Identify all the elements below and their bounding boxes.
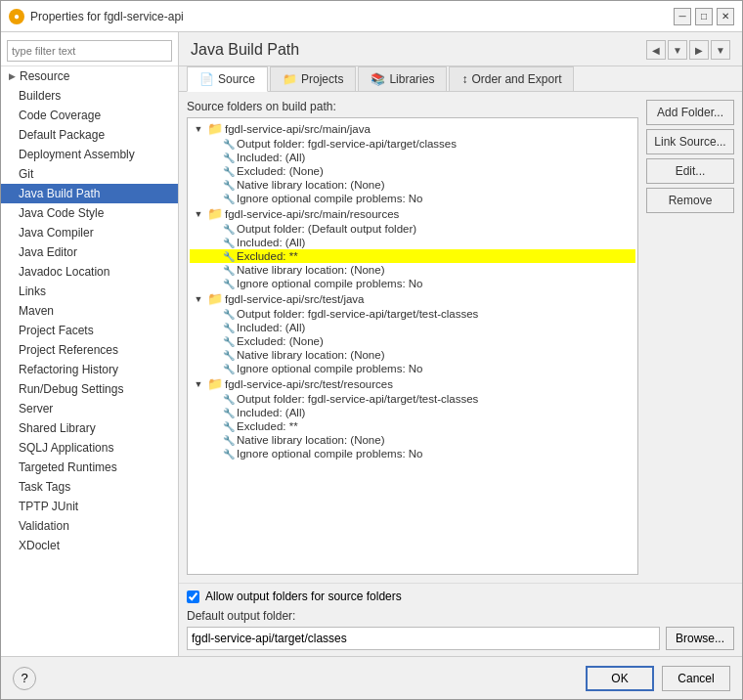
maximize-button[interactable]: □ [695, 8, 713, 25]
tab-libraries-label: Libraries [389, 72, 434, 86]
sidebar-item-task-tags[interactable]: Task Tags [1, 477, 178, 497]
nav-dropdown-button[interactable]: ▼ [668, 40, 687, 60]
footer-left: ? [13, 667, 36, 690]
sidebar-item-targeted-runtimes[interactable]: Targeted Runtimes [1, 458, 178, 477]
spacer [207, 166, 221, 176]
cancel-button[interactable]: Cancel [662, 666, 730, 691]
tree-row[interactable]: 🔧 Native library location: (None) [190, 263, 635, 277]
tab-order-export[interactable]: ↕ Order and Export [449, 66, 574, 91]
sidebar-item-tptp-junit[interactable]: TPTP JUnit [1, 497, 178, 516]
tree-item-text: Included: (All) [237, 237, 305, 248]
sidebar-item-git[interactable]: Git [1, 164, 178, 184]
tree-item-text: Excluded: (None) [237, 335, 324, 347]
sidebar-item-xdoclet[interactable]: XDoclet [1, 536, 178, 555]
sidebar-item-java-compiler[interactable]: Java Compiler [1, 223, 178, 242]
tree-item-text: Output folder: (Default output folder) [237, 223, 416, 235]
tree-row[interactable]: ▼ 📁 fgdl-service-api/src/test/java [190, 290, 635, 307]
ok-button[interactable]: OK [586, 666, 654, 691]
link-source-button[interactable]: Link Source... [646, 129, 734, 154]
sidebar-item-validation[interactable]: Validation [1, 516, 178, 536]
tree-row[interactable]: 🔧 Native library location: (None) [190, 433, 635, 447]
property-icon: 🔧 [223, 251, 235, 262]
tree-row-highlighted[interactable]: 🔧 Excluded: ** [190, 249, 635, 263]
sidebar-item-label: Javadoc Location [19, 265, 109, 279]
sidebar: ▶ Resource Builders Code Coverage Defaul… [1, 32, 179, 656]
sidebar-item-deployment-assembly[interactable]: Deployment Assembly [1, 145, 178, 164]
property-icon: 🔧 [223, 421, 235, 432]
sidebar-item-shared-library[interactable]: Shared Library [1, 418, 178, 438]
filter-box [1, 36, 178, 66]
sidebar-item-project-facets[interactable]: Project Facets [1, 321, 178, 340]
spacer [207, 139, 221, 149]
title-bar-controls: ─ □ ✕ [674, 8, 734, 25]
nav-back-button[interactable]: ◀ [646, 40, 666, 60]
tree-item-text: Excluded: ** [237, 250, 298, 262]
nav-forward-button[interactable]: ▶ [689, 40, 709, 60]
tree-row[interactable]: ▼ 📁 fgdl-service-api/src/test/resources [190, 375, 635, 392]
sidebar-item-java-code-style[interactable]: Java Code Style [1, 203, 178, 223]
tree-row[interactable]: 🔧 Output folder: (Default output folder) [190, 222, 635, 236]
folder-icon: 📁 [207, 376, 223, 391]
sidebar-item-java-build-path[interactable]: Java Build Path [1, 184, 178, 203]
tree-row[interactable]: 🔧 Ignore optional compile problems: No [190, 192, 635, 205]
sidebar-item-resource[interactable]: ▶ Resource [1, 66, 178, 86]
tree-row[interactable]: 🔧 Included: (All) [190, 151, 635, 164]
tree-container[interactable]: ▼ 📁 fgdl-service-api/src/main/java 🔧 Out… [187, 117, 638, 575]
sidebar-item-javadoc-location[interactable]: Javadoc Location [1, 262, 178, 282]
tree-row[interactable]: 🔧 Excluded: ** [190, 419, 635, 433]
tree-row[interactable]: 🔧 Ignore optional compile problems: No [190, 447, 635, 460]
help-button[interactable]: ? [13, 667, 36, 690]
sidebar-item-refactoring-history[interactable]: Refactoring History [1, 360, 178, 379]
sidebar-item-label: Validation [19, 519, 69, 533]
minimize-button[interactable]: ─ [674, 8, 691, 25]
nav-forward-dropdown-button[interactable]: ▼ [711, 40, 730, 60]
sidebar-item-server[interactable]: Server [1, 399, 178, 418]
tree-row[interactable]: 🔧 Excluded: (None) [190, 164, 635, 178]
tree-row[interactable]: 🔧 Output folder: fgdl-service-api/target… [190, 307, 635, 321]
property-icon: 🔧 [223, 238, 235, 248]
tree-row[interactable]: ▼ 📁 fgdl-service-api/src/main/resources [190, 205, 635, 222]
tab-source[interactable]: 📄 Source [187, 66, 268, 92]
tree-row[interactable]: 🔧 Output folder: fgdl-service-api/target… [190, 137, 635, 151]
sidebar-item-java-editor[interactable]: Java Editor [1, 242, 178, 262]
tree-row[interactable]: 🔧 Included: (All) [190, 321, 635, 334]
tree-row[interactable]: 🔧 Included: (All) [190, 406, 635, 419]
sidebar-item-builders[interactable]: Builders [1, 86, 178, 106]
libraries-tab-icon: 📚 [371, 72, 385, 86]
tree-row[interactable]: ▼ 📁 fgdl-service-api/src/main/java [190, 120, 635, 137]
browse-button[interactable]: Browse... [666, 627, 734, 650]
add-folder-button[interactable]: Add Folder... [646, 100, 734, 125]
spacer [207, 238, 221, 247]
remove-button[interactable]: Remove [646, 188, 734, 213]
folder-icon: 📁 [207, 291, 223, 306]
close-button[interactable]: ✕ [717, 8, 734, 25]
tree-row[interactable]: 🔧 Output folder: fgdl-service-api/target… [190, 392, 635, 406]
tree-row[interactable]: 🔧 Included: (All) [190, 236, 635, 249]
sidebar-item-code-coverage[interactable]: Code Coverage [1, 106, 178, 125]
tree-row[interactable]: 🔧 Native library location: (None) [190, 178, 635, 192]
panel-title: Java Build Path [191, 41, 299, 59]
edit-button[interactable]: Edit... [646, 158, 734, 184]
tab-projects[interactable]: 📁 Projects [270, 66, 356, 91]
property-icon: 🔧 [223, 139, 235, 150]
sidebar-item-run-debug-settings[interactable]: Run/Debug Settings [1, 379, 178, 399]
tree-item-text: Excluded: (None) [237, 165, 324, 177]
sidebar-item-label: Task Tags [19, 480, 70, 494]
projects-tab-icon: 📁 [283, 72, 297, 86]
filter-input[interactable] [7, 40, 172, 62]
tree-row[interactable]: 🔧 Ignore optional compile problems: No [190, 277, 635, 290]
tab-libraries[interactable]: 📚 Libraries [358, 66, 447, 91]
action-buttons: Add Folder... Link Source... Edit... Rem… [646, 100, 734, 575]
sidebar-item-default-package[interactable]: Default Package [1, 125, 178, 145]
sidebar-item-links[interactable]: Links [1, 282, 178, 301]
tree-row[interactable]: 🔧 Excluded: (None) [190, 334, 635, 348]
spacer [207, 323, 221, 332]
tree-row[interactable]: 🔧 Ignore optional compile problems: No [190, 362, 635, 375]
sidebar-item-maven[interactable]: Maven [1, 301, 178, 321]
sidebar-item-sqlj-applications[interactable]: SQLJ Applications [1, 438, 178, 458]
tree-row[interactable]: 🔧 Native library location: (None) [190, 348, 635, 362]
sidebar-item-project-references[interactable]: Project References [1, 340, 178, 360]
allow-output-folders-checkbox[interactable] [187, 591, 199, 603]
output-folder-input[interactable] [187, 627, 660, 650]
tab-order-export-label: Order and Export [471, 72, 561, 86]
